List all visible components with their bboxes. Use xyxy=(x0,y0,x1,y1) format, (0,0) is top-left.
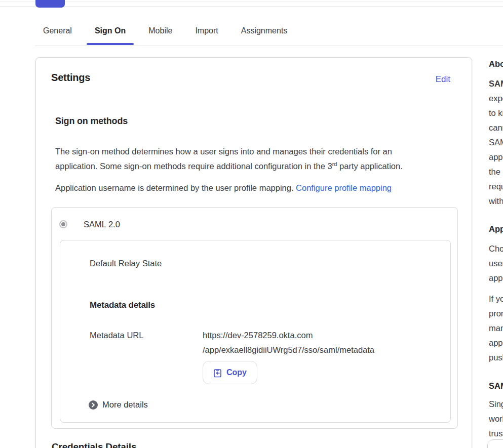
tab-sign-on-label: Sign On xyxy=(95,26,126,35)
tab-import[interactable]: Import xyxy=(187,26,226,46)
saml-radio[interactable] xyxy=(59,220,67,228)
application-username-paragraph-2: If you select None you will be prompted … xyxy=(489,292,503,365)
tab-assignments[interactable]: Assignments xyxy=(233,26,296,46)
username-note-text: Application username is determined by th… xyxy=(55,183,296,192)
application-username-paragraph-1: Choose a format to use as the default us… xyxy=(489,241,503,286)
saml-radio-label: SAML 2.0 xyxy=(84,220,120,229)
tab-mobile[interactable]: Mobile xyxy=(140,26,180,46)
tab-general[interactable]: General xyxy=(35,26,80,46)
metadata-url-value: https://dev-2578259.okta.com /app/exkael… xyxy=(203,328,374,357)
top-divider-upper xyxy=(0,2,503,2)
saml-details-box: Default Relay State Metadata details Met… xyxy=(60,240,451,423)
description-text-end: party application. xyxy=(337,161,402,171)
settings-title: Settings xyxy=(51,72,90,84)
more-details-toggle[interactable]: More details xyxy=(89,400,148,410)
sign-on-methods-heading: Sign on methods xyxy=(55,116,128,127)
username-mapping-note: Application username is determined by th… xyxy=(55,181,455,195)
edit-button[interactable]: Edit xyxy=(436,74,450,85)
tab-bar: General Sign On Mobile Import Assignment… xyxy=(35,7,503,46)
application-username-heading: Application Username xyxy=(489,224,503,234)
copy-button[interactable]: Copy xyxy=(203,361,257,384)
sign-on-method-description: The sign-on method determines how a user… xyxy=(55,144,455,174)
more-details-label: More details xyxy=(102,400,148,410)
metadata-url-label: Metadata URL xyxy=(90,328,143,343)
clipboard-copy-icon xyxy=(213,368,222,378)
chevron-right-circle-icon xyxy=(89,400,98,410)
about-body-text: streamlines the end user experience by n… xyxy=(489,79,503,206)
view-saml-setup-instructions-button[interactable]: View SAML setup instructions xyxy=(487,439,503,448)
tab-sign-on[interactable]: Sign On xyxy=(87,26,134,46)
saml-setup-heading: SAML Setup xyxy=(489,381,503,391)
saml-radio-dot xyxy=(61,222,65,226)
metadata-details-heading: Metadata details xyxy=(90,300,155,310)
configure-profile-mapping-link[interactable]: Configure profile mapping xyxy=(296,183,392,192)
about-paragraph: SAML 2.0 streamlines the end user experi… xyxy=(489,76,503,209)
about-heading: About xyxy=(489,59,503,69)
active-tab-underline xyxy=(87,43,134,45)
saml-method-box: SAML 2.0 Default Relay State Metadata de… xyxy=(51,207,458,429)
credentials-details-heading: Credentials Details xyxy=(52,441,136,448)
saml-setup-paragraph: Single Sign On using SAML will not work … xyxy=(489,397,503,441)
copy-button-label: Copy xyxy=(226,368,247,377)
ordinal-superscript: rd xyxy=(332,161,337,167)
default-relay-state-label: Default Relay State xyxy=(90,256,162,271)
settings-card: Settings Edit Sign on methods The sign-o… xyxy=(35,57,472,448)
about-bold-term: SAML 2.0 xyxy=(489,79,503,88)
